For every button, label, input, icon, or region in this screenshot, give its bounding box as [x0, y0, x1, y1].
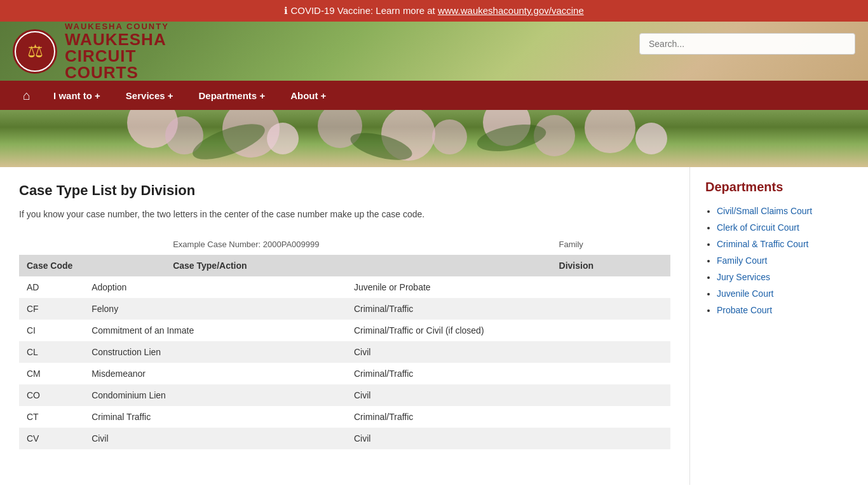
table-row: CI Commitment of an Inmate Criminal/Traf…	[19, 320, 670, 341]
case-type: Commitment of an Inmate	[84, 320, 346, 341]
case-division: Criminal/Traffic	[346, 298, 670, 320]
logo-text: WAUKESHA COUNTY WAUKESHA CIRCUIT COURTS	[65, 22, 169, 81]
sidebar-link[interactable]: Criminal & Traffic Court	[717, 239, 808, 249]
case-table: Example Case Number: 2000PA009999 Family…	[19, 234, 670, 276]
sidebar-list-item: Clerk of Circuit Court	[717, 222, 853, 233]
search-area	[639, 33, 855, 55]
case-division: Juvenile or Probate	[346, 276, 670, 298]
page-title: Case Type List by Division	[19, 182, 670, 199]
example-case-number: Example Case Number: 2000PA009999	[165, 234, 551, 255]
table-header-row: Case Code Case Type/Action Division	[19, 255, 670, 276]
example-label	[19, 234, 165, 255]
table-row: AD Adoption Juvenile or Probate	[19, 276, 670, 298]
case-code: CF	[19, 298, 84, 320]
table-row: CF Felony Criminal/Traffic	[19, 298, 670, 320]
logo-inner: ⚖	[16, 32, 54, 71]
sidebar-list-item: Juvenile Court	[717, 288, 853, 299]
sidebar-list-item: Jury Services	[717, 272, 853, 282]
case-code: CV	[19, 428, 84, 449]
scales-icon: ⚖	[27, 41, 43, 62]
col-header-division: Division	[552, 255, 670, 276]
case-type: Condominium Lien	[84, 384, 346, 406]
table-row: CV Civil Civil	[19, 428, 670, 449]
sidebar-link[interactable]: Jury Services	[717, 272, 770, 282]
covid-link[interactable]: www.waukeshacounty.gov/vaccine	[438, 5, 584, 16]
case-code: AD	[19, 276, 84, 298]
logo-area: ⚖ WAUKESHA COUNTY WAUKESHA CIRCUIT COURT…	[13, 22, 169, 81]
sidebar-link[interactable]: Clerk of Circuit Court	[717, 222, 799, 233]
col-header-code: Case Code	[19, 255, 165, 276]
case-data-table: AD Adoption Juvenile or Probate CF Felon…	[19, 276, 670, 449]
case-type: Misdemeanor	[84, 363, 346, 384]
col-header-type: Case Type/Action	[165, 255, 551, 276]
nav-i-want-to[interactable]: I want to +	[41, 83, 113, 109]
sidebar-link[interactable]: Civil/Small Claims Court	[717, 206, 812, 216]
table-row: CO Condominium Lien Civil	[19, 384, 670, 406]
case-code: CI	[19, 320, 84, 341]
sidebar-list-item: Family Court	[717, 255, 853, 266]
case-type: Construction Lien	[84, 341, 346, 363]
case-code: CM	[19, 363, 84, 384]
example-division: Family	[552, 234, 670, 255]
case-division: Civil	[346, 341, 670, 363]
covid-text: COVID-19 Vaccine: Learn more at	[290, 5, 438, 16]
nav-about[interactable]: About +	[278, 83, 339, 109]
table-row: CM Misdemeanor Criminal/Traffic	[19, 363, 670, 384]
sidebar-list-item: Criminal & Traffic Court	[717, 239, 853, 249]
court-name: WAUKESHA CIRCUIT COURTS	[65, 31, 169, 81]
court-line3: COURTS	[65, 63, 139, 81]
sidebar-link[interactable]: Family Court	[717, 255, 767, 266]
logo-circle: ⚖	[13, 29, 57, 74]
case-division: Civil	[346, 384, 670, 406]
sidebar: Departments Civil/Small Claims CourtCler…	[690, 167, 868, 485]
case-division: Civil	[346, 428, 670, 449]
home-button[interactable]: ⌂	[13, 82, 41, 109]
case-code: CT	[19, 406, 84, 428]
info-icon: ℹ	[284, 5, 288, 16]
case-division: Criminal/Traffic	[346, 363, 670, 384]
sidebar-list: Civil/Small Claims CourtClerk of Circuit…	[705, 206, 853, 315]
case-division: Criminal/Traffic or Civil (if closed)	[346, 320, 670, 341]
page-description: If you know your case number, the two le…	[19, 208, 670, 221]
sidebar-list-item: Probate Court	[717, 305, 853, 315]
main-content: Case Type List by Division If you know y…	[0, 167, 868, 485]
table-row: CL Construction Lien Civil	[19, 341, 670, 363]
covid-banner: ℹ COVID-19 Vaccine: Learn more at www.wa…	[0, 0, 868, 22]
case-division: Criminal/Traffic	[346, 406, 670, 428]
case-type: Felony	[84, 298, 346, 320]
table-row: CT Criminal Traffic Criminal/Traffic	[19, 406, 670, 428]
case-type: Adoption	[84, 276, 346, 298]
case-code: CO	[19, 384, 84, 406]
header: ⚖ WAUKESHA COUNTY WAUKESHA CIRCUIT COURT…	[0, 22, 868, 81]
search-input[interactable]	[639, 33, 855, 55]
sidebar-link[interactable]: Probate Court	[717, 305, 772, 315]
nav-departments[interactable]: Departments +	[186, 83, 278, 109]
case-type: Criminal Traffic	[84, 406, 346, 428]
nav-bar: ⌂ I want to + Services + Departments + A…	[0, 81, 868, 110]
case-type: Civil	[84, 428, 346, 449]
content-area: Case Type List by Division If you know y…	[0, 167, 690, 485]
nav-services[interactable]: Services +	[113, 83, 186, 109]
sidebar-list-item: Civil/Small Claims Court	[717, 206, 853, 216]
sidebar-title: Departments	[705, 180, 853, 197]
hero-image	[0, 110, 868, 167]
case-code: CL	[19, 341, 84, 363]
sidebar-link[interactable]: Juvenile Court	[717, 288, 774, 299]
example-row: Example Case Number: 2000PA009999 Family	[19, 234, 670, 255]
